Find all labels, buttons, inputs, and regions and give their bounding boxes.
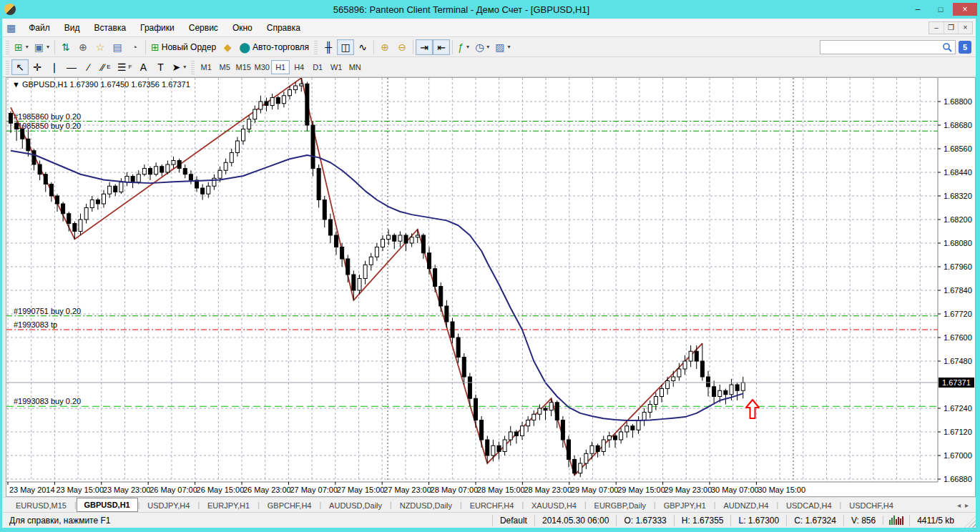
resize-grip[interactable] [964, 516, 976, 528]
menu-графики[interactable]: Графики [133, 20, 182, 36]
time-tick-label: 28 May 07:00 [431, 486, 479, 494]
tabs-scroll-left-icon[interactable]: ◂ [957, 501, 961, 509]
time-tick-label: 26 May 15:00 [197, 486, 245, 494]
mdi-minimize-button[interactable]: – [929, 22, 944, 34]
zoom-in-button[interactable]: ⊕ [376, 39, 393, 55]
menu-сервис[interactable]: Сервис [182, 20, 225, 36]
fibonacci-tool[interactable]: ☰F [114, 59, 134, 75]
profiles-button[interactable]: ▣▾ [31, 39, 52, 55]
timeframe-m1-button[interactable]: M1 [197, 60, 215, 74]
maximize-button[interactable]: □ [930, 3, 951, 16]
notifications-badge[interactable]: 5 [959, 41, 971, 54]
price-chart[interactable]: #1985860 buy 0.20#1985850 buy 0.20#19907… [6, 78, 975, 496]
crosshair-tool[interactable]: ✛ [29, 59, 46, 75]
chart-tab-nzdusd-daily[interactable]: NZDUSD,Daily [392, 499, 460, 512]
time-tick-label: 27 May 07:00 [290, 486, 338, 494]
chart-tab-gbpusd-h1[interactable]: GBPUSD,H1 [77, 498, 138, 512]
status-bar-time: 2014.05.30 06:00 [534, 515, 616, 526]
zoom-out-button[interactable]: ⊖ [393, 39, 411, 55]
chart-tab-xauusd-h4[interactable]: XAUUSD,H4 [524, 499, 584, 512]
close-button[interactable]: × [953, 3, 977, 16]
autotrade-button[interactable]: ⬤Авто-торговля [236, 39, 312, 55]
navigator-button[interactable]: ☆ [92, 39, 109, 55]
chart-tab-eurjpy-h1[interactable]: EURJPY,H1 [200, 499, 258, 512]
chart-tab-eurchf-h4[interactable]: EURCHF,H4 [462, 499, 522, 512]
mdi-close-button[interactable]: × [958, 22, 972, 34]
search-input[interactable] [823, 41, 942, 53]
line-chart-type-icon: ∿ [358, 42, 367, 52]
menu-вставка[interactable]: Вставка [87, 20, 133, 36]
indicators-button[interactable]: ƒ▾ [455, 39, 472, 55]
templates-button[interactable]: ▨▾ [492, 39, 513, 55]
menu-справка[interactable]: Справка [260, 20, 308, 36]
time-tick-label: 30 May 07:00 [711, 486, 759, 494]
trendline-tool[interactable]: ∕ [80, 59, 97, 75]
price-tick-label: 1.66880 [944, 475, 972, 483]
timeframe-d1-button[interactable]: D1 [308, 60, 327, 74]
search-icon[interactable] [942, 42, 952, 52]
price-tick-label: 1.68680 [944, 121, 972, 129]
time-tick-label: 29 May 07:00 [571, 486, 619, 494]
menu-файл[interactable]: Файл [21, 20, 57, 36]
new-order-button[interactable]: ⊞Новый Ордер [148, 39, 219, 55]
chart-tab-audnzd-h4[interactable]: AUDNZD,H4 [715, 499, 776, 512]
periods-button[interactable]: ◷▾ [472, 39, 492, 55]
menu-вид[interactable]: Вид [57, 20, 87, 36]
chart-tab-gbpjpy-h1[interactable]: GBPJPY,H1 [656, 499, 714, 512]
candlestick-type-button[interactable]: ◫ [337, 39, 354, 55]
new-chart-button[interactable]: ⊞▾ [11, 39, 31, 55]
crosshair-tool-icon: ✛ [33, 62, 41, 72]
price-tick-label: 1.68560 [944, 144, 972, 153]
chart-panel[interactable]: #1985860 buy 0.20#1985850 buy 0.20#19907… [6, 77, 976, 497]
chart-workspace: #1985860 buy 0.20#1985850 buy 0.20#19907… [2, 77, 976, 497]
timeframe-h4-button[interactable]: H4 [290, 60, 308, 74]
text-label-tool[interactable]: T [152, 59, 169, 75]
text-tool[interactable]: A [134, 59, 152, 75]
market-watch-button[interactable]: ⇅ [57, 39, 74, 55]
chart-tab-eurgbp-daily[interactable]: EURGBP,Daily [587, 499, 655, 512]
arrows-tool[interactable]: ➤▾ [169, 59, 189, 75]
chart-tab-usdchf-h4[interactable]: USDCHF,H4 [841, 499, 901, 512]
timeframe-w1-button[interactable]: W1 [327, 60, 346, 74]
candlestick-type-icon: ◫ [341, 42, 351, 52]
standard-toolbar: ⊞▾▣▾⇅⊕☆▤◔⊞Новый Ордер◆⬤Авто-торговля╫◫∿⊕… [2, 37, 976, 57]
chart-symbol-line: ▼ GBPUSD,H1 1.67390 1.67450 1.67356 1.67… [12, 80, 190, 89]
time-tick-label: 27 May 15:00 [337, 486, 385, 494]
cursor-tool[interactable]: ↖ [11, 59, 29, 75]
minimize-button[interactable]: – [907, 3, 928, 16]
tabs-scroll-right-icon[interactable]: ▸ [965, 501, 969, 509]
terminal-button[interactable]: ▤ [109, 39, 126, 55]
mdi-restore-button[interactable]: ❐ [944, 22, 958, 34]
timeframe-m15-button[interactable]: M15 [234, 60, 253, 74]
line-chart-type-button[interactable]: ∿ [354, 39, 371, 55]
up-arrow-object[interactable] [746, 400, 759, 418]
timeframe-m5-button[interactable]: M5 [215, 60, 234, 74]
text-tool-icon: A [140, 62, 147, 72]
price-tick-label: 1.67120 [944, 428, 972, 436]
data-window-button[interactable]: ⊕ [74, 39, 92, 55]
strategy-tester-button[interactable]: ◔ [126, 39, 143, 55]
chart-tab-gbpchf-h4[interactable]: GBPCHF,H4 [260, 499, 320, 512]
equidistant-channel-tool[interactable]: ∕∕E [97, 59, 114, 75]
vertical-line-tool[interactable]: ❘ [46, 59, 63, 75]
chart-shift-button[interactable]: ⇤ [433, 39, 450, 55]
metaeditor-button[interactable]: ◆ [219, 39, 236, 55]
horizontal-line-tool[interactable]: — [63, 59, 80, 75]
chart-tab-usdjpy-h4[interactable]: USDJPY,H4 [139, 499, 197, 512]
timeframe-mn-button[interactable]: MN [346, 60, 364, 74]
menu-окно[interactable]: Окно [225, 20, 260, 36]
time-tick-label: 23 May 23:00 [103, 486, 151, 494]
timeframe-m30-button[interactable]: M30 [253, 60, 271, 74]
app-icon [4, 4, 16, 15]
chart-tab-usdcad-h4[interactable]: USDCAD,H4 [778, 499, 840, 512]
auto-scroll-button[interactable]: ⇥ [416, 39, 433, 55]
status-profile[interactable]: Default [492, 515, 534, 526]
bar-chart-type-button[interactable]: ╫ [320, 39, 337, 55]
chart-window-icon: ▦ [6, 22, 16, 34]
terminal-icon: ▤ [112, 42, 122, 52]
chart-shift-icon: ⇤ [437, 42, 446, 52]
chart-tab-audusd-daily[interactable]: AUDUSD,Daily [321, 499, 390, 512]
timeframe-h1-button[interactable]: H1 [271, 60, 290, 74]
chart-tab-eurusd-m15[interactable]: EURUSD,M15 [8, 499, 74, 512]
dropdown-arrow-icon: ▾ [466, 44, 469, 50]
